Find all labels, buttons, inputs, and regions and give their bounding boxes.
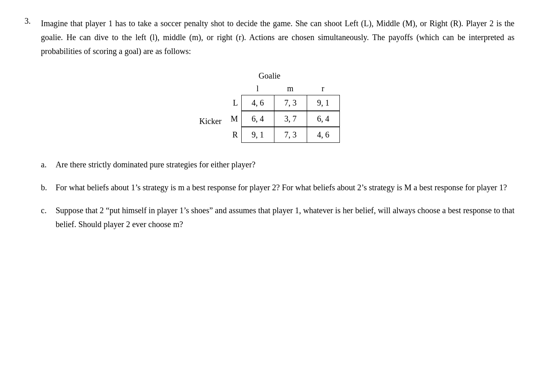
game-matrix-section: Goalie Kicker l m r L 4, 6 7: [25, 71, 514, 143]
goalie-label: Goalie: [258, 71, 280, 81]
sub-question-b: b. For what beliefs about 1’s strategy i…: [41, 180, 514, 194]
matrix-table-R: 9, 1 7, 3 4, 6: [241, 127, 340, 143]
matrix-rows: L 4, 6 7, 3 9, 1 M: [227, 95, 340, 143]
problem-number: 3.: [25, 16, 41, 26]
matrix-area: l m r L 4, 6 7, 3 9, 1: [227, 84, 340, 143]
sub-letter-b: b.: [41, 180, 56, 194]
row-label-L: L: [227, 98, 241, 108]
matrix-row-L: L 4, 6 7, 3 9, 1: [227, 95, 340, 111]
sub-question-a: a. Are there strictly dominated pure str…: [41, 158, 514, 171]
cell-R-m: 7, 3: [274, 127, 307, 143]
matrix-table-M: 6, 4 3, 7 6, 4: [241, 111, 340, 127]
cell-M-m: 3, 7: [274, 111, 307, 127]
sub-text-c: Suppose that 2 “put himself in player 1’…: [56, 203, 514, 231]
problem-header: 3. Imagine that player 1 has to take a s…: [25, 16, 514, 58]
matrix-wrapper: Kicker l m r L 4, 6 7, 3: [199, 84, 339, 143]
matrix-table-L: 4, 6 7, 3 9, 1: [241, 95, 340, 111]
cell-R-l: 9, 1: [241, 127, 274, 143]
col-headers: l m r: [241, 84, 339, 93]
col-header-l: l: [241, 84, 274, 93]
cell-M-r: 6, 4: [307, 111, 339, 127]
cell-L-m: 7, 3: [274, 95, 307, 111]
matrix-row-M: M 6, 4 3, 7 6, 4: [227, 111, 340, 127]
sub-letter-a: a.: [41, 158, 56, 171]
sub-text-a: Are there strictly dominated pure strate…: [56, 158, 514, 171]
col-header-r: r: [307, 84, 339, 93]
col-header-m: m: [274, 84, 307, 93]
problem-container: 3. Imagine that player 1 has to take a s…: [25, 16, 514, 231]
kicker-label: Kicker: [199, 117, 221, 126]
cell-L-l: 4, 6: [241, 95, 274, 111]
row-label-R: R: [227, 130, 241, 140]
cell-L-r: 9, 1: [307, 95, 339, 111]
matrix-row-R: R 9, 1 7, 3 4, 6: [227, 127, 340, 143]
cell-R-r: 4, 6: [307, 127, 339, 143]
sub-question-c: c. Suppose that 2 “put himself in player…: [41, 203, 514, 231]
sub-questions: a. Are there strictly dominated pure str…: [25, 158, 514, 231]
problem-text: Imagine that player 1 has to take a socc…: [41, 16, 514, 58]
sub-text-b: For what beliefs about 1’s strategy is m…: [56, 180, 514, 194]
cell-M-l: 6, 4: [241, 111, 274, 127]
sub-letter-c: c.: [41, 203, 56, 217]
row-label-M: M: [227, 114, 241, 124]
